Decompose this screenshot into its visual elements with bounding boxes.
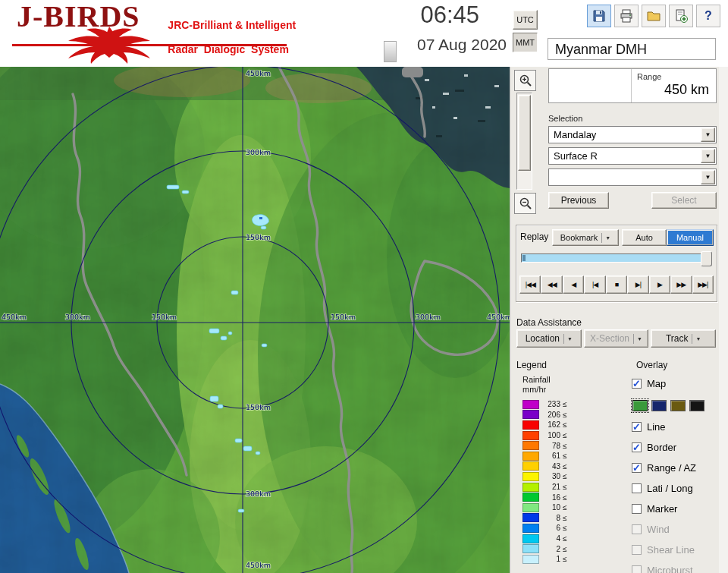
overlay-item-range-az[interactable]: ✓Range / AZ [632, 458, 721, 478]
legend-suffix: ≤ [563, 411, 567, 419]
legend-row: 8≤ [522, 513, 567, 524]
overlay-item-marker[interactable]: Marker [632, 499, 721, 519]
overlay-item-wind[interactable]: Wind [632, 519, 721, 540]
checked-checkbox[interactable]: ✓ [632, 442, 642, 452]
overlay-item-border[interactable]: ✓Border [632, 437, 721, 458]
chevron-down-icon[interactable]: ▼ [701, 170, 715, 184]
track-button[interactable]: Track ▼ [651, 329, 716, 348]
replay-play-reverse-button[interactable]: ◀ [563, 275, 584, 294]
range-ring-label: 450km [2, 313, 27, 321]
zoom-in-button[interactable] [514, 70, 536, 91]
map-style-swatch[interactable] [651, 400, 667, 411]
replay-step-back-button[interactable]: |◀ [584, 275, 605, 294]
bookmark-button-label: Bookmark [560, 233, 598, 242]
save-icon [592, 8, 607, 24]
legend-value: 1 [542, 555, 560, 563]
header-bar: J-BIRDS JRC-Brilliant & Intelligent Rada… [0, 0, 728, 68]
replay-play-button[interactable]: ▶ [649, 275, 670, 294]
chevron-down-icon[interactable]: ▼ [701, 128, 715, 142]
zoom-out-button[interactable] [514, 193, 536, 214]
replay-jump-end-button[interactable]: ▶▶| [692, 275, 714, 294]
legend-color-swatch [522, 472, 539, 481]
toolbar: ? [587, 5, 720, 27]
radar-map-svg: 450km300km150km150km300km450km450km300km… [0, 67, 510, 573]
auto-button[interactable]: Auto [622, 229, 667, 246]
legend-unit-line2: mm/hr [522, 385, 546, 394]
legend-color-swatch [522, 524, 539, 533]
select-button[interactable]: Select [651, 192, 717, 209]
legend-value: 6 [542, 524, 560, 532]
chevron-down-icon[interactable]: ▼ [563, 334, 573, 344]
legend-value: 2 [542, 545, 560, 553]
legend-row: 6≤ [522, 523, 567, 534]
overlay-item-microburst[interactable]: Microburst [632, 560, 721, 573]
manual-button[interactable]: Manual [667, 229, 714, 246]
legend-suffix: ≤ [563, 452, 567, 460]
chevron-down-icon[interactable]: ▼ [601, 233, 610, 243]
timeline-thumb[interactable] [701, 251, 712, 266]
legend-suffix: ≤ [563, 524, 567, 532]
replay-stop-button[interactable]: ■ [606, 275, 627, 294]
previous-button[interactable]: Previous [548, 192, 609, 209]
range-ring-label: 300km [416, 313, 441, 321]
legend-suffix: ≤ [563, 442, 567, 450]
chevron-down-icon[interactable]: ▼ [701, 149, 715, 163]
checked-checkbox[interactable]: ✓ [632, 379, 642, 389]
overlay-item-map[interactable]: ✓Map [632, 373, 721, 394]
replay-fast-forward-button[interactable]: ▶▶ [670, 275, 692, 294]
export-button[interactable] [669, 5, 693, 27]
overlay-item-lati-long[interactable]: Lati / Long [632, 478, 721, 499]
extra-select[interactable]: ▼ [548, 168, 717, 186]
eagle-logo-icon [11, 26, 291, 65]
legend-value: 43 [542, 462, 560, 471]
range-ring-label: 450km [487, 313, 510, 321]
replay-timeline-slider[interactable] [521, 253, 711, 263]
radar-map[interactable]: 450km300km150km150km300km450km450km300km… [0, 67, 510, 573]
legend-row: 4≤ [522, 534, 567, 544]
unchecked-checkbox[interactable] [632, 483, 642, 493]
open-folder-button[interactable] [642, 5, 666, 27]
mmt-button[interactable]: MMT [513, 33, 538, 52]
location-button[interactable]: Location ▼ [516, 329, 582, 348]
zoom-slider-track[interactable] [516, 93, 532, 190]
unchecked-checkbox[interactable] [632, 504, 642, 514]
data-assistance-buttons: Location ▼ X-Section ▼ Track ▼ [516, 329, 716, 348]
replay-step-forward-button[interactable]: ▶| [627, 275, 648, 294]
xsection-button-label: X-Section [590, 333, 629, 344]
map-style-swatch[interactable] [689, 400, 704, 411]
data-assistance-label: Data Assistance [516, 317, 582, 328]
legend-row: 43≤ [522, 461, 567, 472]
replay-fast-rewind-button[interactable]: ◀◀ [541, 275, 562, 294]
map-style-swatch[interactable] [670, 400, 686, 411]
checked-checkbox[interactable]: ✓ [632, 422, 642, 432]
replay-label: Replay [520, 231, 548, 242]
checked-checkbox[interactable]: ✓ [632, 463, 642, 473]
site-select[interactable]: Mandalay ▼ [548, 126, 717, 143]
replay-groupbox: Replay Bookmark ▼ Auto Manual |◀◀◀◀◀|◀■▶… [516, 225, 717, 302]
unchecked-checkbox[interactable] [632, 524, 642, 534]
product-select[interactable]: Surface R ▼ [548, 147, 717, 165]
zoom-slider-thumb[interactable] [518, 95, 531, 171]
legend-color-swatch [522, 441, 539, 450]
unchecked-checkbox[interactable] [632, 545, 642, 555]
help-button[interactable]: ? [696, 5, 720, 27]
chevron-down-icon[interactable]: ▼ [633, 334, 642, 344]
overlay-item-label: Lati / Long [647, 483, 693, 494]
legend-suffix: ≤ [563, 431, 567, 439]
unchecked-checkbox[interactable] [632, 565, 642, 573]
map-style-swatch[interactable] [632, 400, 648, 411]
print-button[interactable] [614, 5, 639, 27]
save-button[interactable] [587, 5, 611, 27]
legend-value: 4 [542, 534, 560, 543]
chevron-down-icon[interactable]: ▼ [692, 334, 701, 344]
replay-jump-start-button[interactable]: |◀◀ [519, 275, 541, 294]
legend-color-swatch [522, 461, 539, 471]
overlay-item-shear-line[interactable]: Shear Line [632, 540, 721, 560]
utc-button[interactable]: UTC [513, 10, 538, 30]
legend-color-swatch [522, 420, 539, 430]
range-divider [631, 69, 632, 102]
xsection-button[interactable]: X-Section ▼ [584, 329, 649, 348]
legend-suffix: ≤ [563, 472, 567, 480]
bookmark-button[interactable]: Bookmark ▼ [552, 229, 619, 246]
overlay-item-line[interactable]: ✓Line [632, 417, 721, 437]
